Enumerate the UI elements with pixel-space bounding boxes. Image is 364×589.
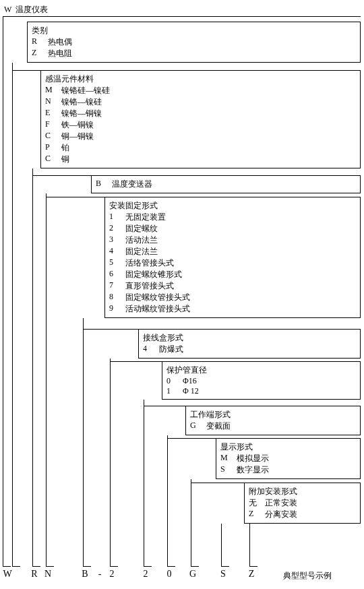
- opt-label: 模拟显示: [237, 453, 269, 464]
- opt-code: E: [45, 108, 57, 119]
- option-row: 1Φ 12: [166, 386, 356, 396]
- spec-box: 感温元件材料M镍铬硅—镍硅N镍铬—镍硅E镍铬—铜镍F铁—铜镍C铜—铜镍P铂C铜: [40, 70, 361, 168]
- opt-code: 2: [109, 223, 121, 235]
- option-row: G变截面: [190, 421, 356, 432]
- option-row: 1无固定装置: [109, 212, 356, 223]
- root-title: 温度仪表: [16, 5, 48, 14]
- spec-box: 安装固定形式1无固定装置2固定螺纹3活动法兰4固定法兰5活络管接头式6固定螺纹锥…: [104, 197, 361, 318]
- option-row: P铂: [45, 142, 356, 154]
- opt-code: 7: [109, 280, 121, 292]
- opt-label: 镍铬—铜镍: [61, 108, 102, 119]
- option-row: 7直形管接头式: [109, 280, 356, 292]
- opt-label: 活动法兰: [125, 235, 158, 246]
- opt-code: 4: [109, 246, 121, 257]
- opt-code: 8: [109, 292, 121, 303]
- option-row: M镍铬硅—镍硅: [45, 85, 356, 96]
- opt-label: 固定螺纹: [125, 223, 158, 235]
- opt-label: Φ 12: [183, 386, 199, 396]
- model-code-diagram: W 温度仪表类别R热电偶Z热电阻感温元件材料M镍铬硅—镍硅N镍铬—镍硅E镍铬—铜…: [0, 0, 364, 589]
- spec-box: 保护管直径0Φ161Φ 12: [162, 361, 361, 400]
- box-title: 保护管直径: [166, 365, 356, 376]
- option-row: C铜—铜镍: [45, 131, 356, 142]
- opt-label: 固定螺纹锥形式: [125, 269, 182, 280]
- opt-code: C: [45, 131, 57, 142]
- opt-code: G: [190, 421, 202, 432]
- opt-label: 热电偶: [48, 36, 72, 48]
- opt-code: N: [45, 96, 57, 108]
- opt-label: 镍铬—镍硅: [61, 96, 102, 108]
- opt-label: 固定螺纹管接头式: [125, 292, 190, 303]
- opt-code: P: [45, 142, 57, 154]
- spec-box: B温度变送器: [91, 175, 361, 193]
- opt-label: 固定法兰: [125, 246, 158, 257]
- box-title: 附加安装形式: [249, 486, 356, 497]
- box-title: 安装固定形式: [109, 200, 356, 212]
- opt-label: 活络管接头式: [125, 257, 174, 269]
- opt-code: 6: [109, 269, 121, 280]
- example-code-char: W: [0, 569, 18, 580]
- opt-code: 0: [166, 376, 179, 386]
- option-row: E镍铬—铜镍: [45, 108, 356, 119]
- opt-code: R: [32, 36, 44, 48]
- option-row: F铁—铜镍: [45, 119, 356, 131]
- option-row: 4防爆式: [143, 344, 356, 355]
- spec-box: 附加安装形式无正常安装Z分离安装: [244, 483, 361, 524]
- opt-label: 直形管接头式: [125, 280, 174, 292]
- option-row: 5活络管接头式: [109, 257, 356, 269]
- opt-code: M: [45, 85, 57, 96]
- opt-label: 镍铬硅—镍硅: [61, 85, 110, 96]
- example-code-char: 0: [159, 569, 179, 580]
- opt-label: 铁—铜镍: [61, 119, 94, 131]
- opt-label: 铜—铜镍: [61, 131, 94, 142]
- option-row: S数字显示: [220, 464, 356, 476]
- example-label: 典型型号示例: [283, 570, 332, 582]
- spec-box: 工作端形式G变截面: [185, 406, 361, 435]
- option-row: 4固定法兰: [109, 246, 356, 257]
- opt-label: 数字显示: [237, 464, 269, 476]
- example-code-char: Z: [241, 569, 262, 580]
- box-title: 接线盒形式: [143, 332, 356, 344]
- example-code-char: 2: [135, 569, 156, 580]
- spec-box: 接线盒形式4防爆式: [138, 329, 361, 359]
- opt-label: 活动螺纹管接头式: [125, 303, 190, 315]
- example-code-char: 2: [102, 569, 122, 580]
- spec-box: 类别R热电偶Z热电阻: [27, 22, 361, 63]
- root-code: W: [4, 5, 11, 14]
- opt-code: 1: [109, 212, 121, 223]
- opt-label: 分离安装: [265, 509, 297, 520]
- option-row: 9活动螺纹管接头式: [109, 303, 356, 315]
- option-row: 无正常安装: [249, 497, 356, 509]
- example-code-char: G: [183, 569, 203, 580]
- option-row: 8固定螺纹管接头式: [109, 292, 356, 303]
- option-row: M模拟显示: [220, 453, 356, 464]
- option-row: 2固定螺纹: [109, 223, 356, 235]
- option-row: C铜: [45, 154, 356, 165]
- opt-code: 1: [166, 386, 179, 396]
- example-code-char: S: [213, 569, 233, 580]
- opt-code: 5: [109, 257, 121, 269]
- opt-label: 正常安装: [265, 497, 297, 509]
- box-title: 类别: [32, 25, 356, 36]
- opt-code: S: [220, 464, 233, 476]
- opt-label: 热电阻: [48, 48, 72, 59]
- box-title: 工作端形式: [190, 409, 356, 421]
- opt-label: Φ16: [183, 376, 197, 386]
- option-row: Z分离安装: [249, 509, 356, 520]
- spec-box: 显示形式M模拟显示S数字显示: [216, 438, 361, 479]
- opt-code: Z: [249, 509, 261, 520]
- opt-label: 铂: [61, 142, 69, 154]
- box-title: 温度变送器: [112, 179, 152, 190]
- opt-code: Z: [32, 48, 44, 59]
- opt-code: 无: [249, 497, 261, 509]
- option-row: 0Φ16: [166, 376, 356, 386]
- opt-label: 铜: [61, 154, 69, 165]
- root-label: W 温度仪表: [4, 4, 48, 16]
- opt-code: C: [45, 154, 57, 165]
- option-row: R热电偶: [32, 36, 356, 48]
- opt-label: 变截面: [206, 421, 231, 432]
- option-row: N镍铬—镍硅: [45, 96, 356, 108]
- box-title: 感温元件材料: [45, 73, 356, 85]
- opt-code: 3: [109, 235, 121, 246]
- option-row: 3活动法兰: [109, 235, 356, 246]
- option-row: Z热电阻: [32, 48, 356, 59]
